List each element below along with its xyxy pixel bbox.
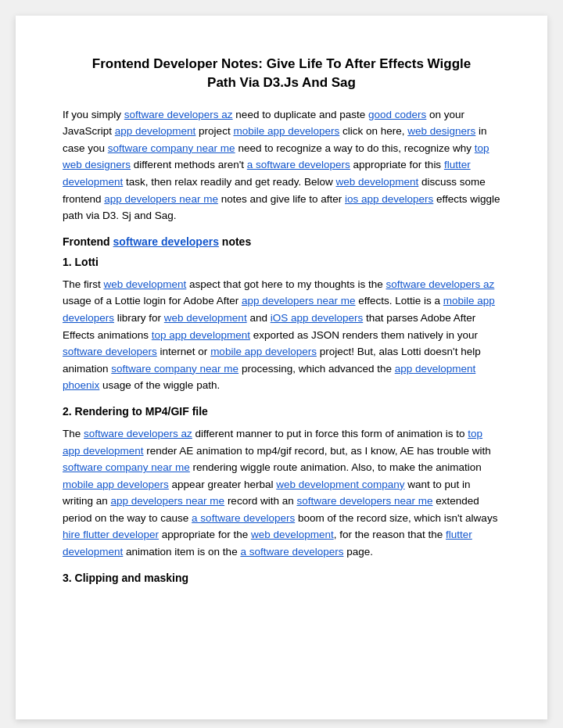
link-web-development-2[interactable]: web development [104, 278, 187, 290]
section-3-heading: 3. Clipping and masking [63, 572, 500, 584]
link-app-developers-near-me-2[interactable]: app developers near me [242, 295, 356, 307]
document-page: Frontend Developer Notes: Give Life To A… [16, 16, 547, 719]
section-1-paragraph: The first web development aspect that go… [63, 276, 500, 394]
title-line1: Frontend Developer Notes: Give Life To A… [92, 56, 471, 71]
link-software-developers-heading[interactable]: software developers [113, 235, 219, 248]
link-a-software-developers-2[interactable]: a software developers [192, 512, 295, 524]
link-software-company-near-me-1[interactable]: software company near me [108, 142, 235, 154]
link-app-development-1[interactable]: app development [115, 125, 196, 137]
link-mobile-app-developers-3[interactable]: mobile app developers [210, 346, 317, 357]
section-2-heading: 2. Rendering to MP4/GIF file [63, 405, 500, 418]
link-mobile-app-developers-1[interactable]: mobile app developers [233, 125, 339, 137]
link-software-developers-az-2[interactable]: software developers az [386, 278, 495, 290]
link-mobile-app-developers-4[interactable]: mobile app developers [63, 479, 169, 490]
link-hire-flutter-developer[interactable]: hire flutter developer [63, 529, 159, 540]
title-line2: Path Via D3.Js And Sag [207, 75, 356, 90]
link-app-developers-near-me-3[interactable]: app developers near me [111, 495, 225, 507]
intro-paragraph: If you simply software developers az nee… [63, 106, 500, 224]
link-app-developers-near-me-1[interactable]: app developers near me [104, 193, 218, 205]
link-web-development-3[interactable]: web development [164, 312, 247, 324]
link-ios-app-developers-1[interactable]: ios app developers [345, 193, 433, 205]
link-good-coders[interactable]: good coders [368, 109, 426, 120]
link-web-development-company[interactable]: web development company [276, 479, 404, 490]
link-ios-app-developers-2[interactable]: iOS app developers [271, 312, 364, 324]
link-web-designers[interactable]: web designers [407, 125, 475, 137]
section-heading-frontend: Frontend software developers notes [63, 235, 500, 248]
link-software-developers-near-me[interactable]: software developers near me [296, 495, 432, 507]
link-web-development-1[interactable]: web development [335, 176, 418, 188]
link-software-developers-az-3[interactable]: software developers az [84, 428, 192, 439]
section-2-paragraph: The software developers az different man… [63, 425, 500, 561]
link-software-company-near-me-3[interactable]: software company near me [63, 461, 190, 473]
link-software-developers-az-1[interactable]: software developers az [124, 109, 233, 120]
page-title: Frontend Developer Notes: Give Life To A… [63, 55, 500, 92]
link-software-company-near-me-2[interactable]: software company near me [111, 363, 238, 375]
section-1-heading: 1. Lotti [63, 256, 500, 268]
link-a-software-developers-1[interactable]: a software developers [247, 159, 350, 170]
link-web-development-4[interactable]: web development [251, 529, 334, 540]
link-a-software-developers-3[interactable]: a software developers [240, 546, 343, 558]
link-software-developers-1[interactable]: software developers [63, 346, 157, 357]
link-top-app-development-1[interactable]: top app development [152, 329, 250, 341]
